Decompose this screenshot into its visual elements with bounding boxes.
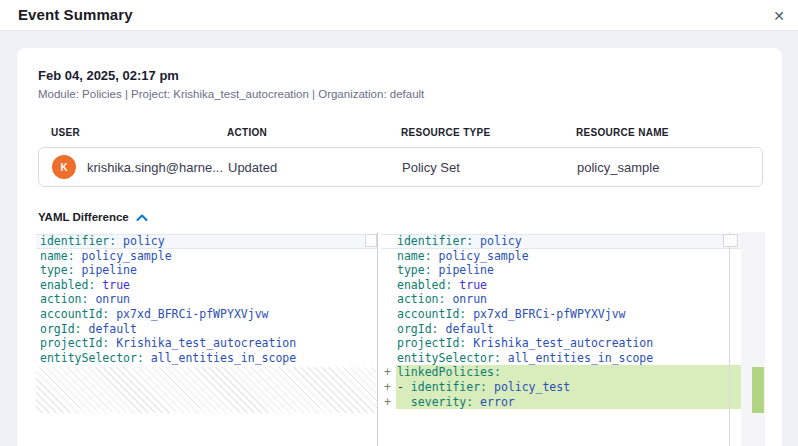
diff-line: enabled: true — [36, 278, 377, 293]
diff-line: enabled: true — [381, 278, 741, 293]
table-row[interactable]: K krishika.singh@harne... Updated Policy… — [38, 147, 763, 187]
right-pane-edge — [729, 232, 730, 446]
event-summary-card: Feb 04, 2025, 02:17 pm Module: Policies … — [17, 48, 782, 446]
diff-line: projectId: Krishika_test_autocreation — [381, 336, 741, 351]
diff-line: entitySelector: all_entities_in_scope — [381, 351, 741, 366]
column-header-user: USER — [51, 127, 227, 138]
right-scrollbar-thumb[interactable] — [723, 234, 738, 247]
added-marker: + — [384, 365, 391, 380]
diff-line: action: onrun — [36, 292, 377, 307]
left-scrollbar-thumb[interactable] — [365, 234, 377, 247]
diff-line-added: +- identifier: policy_test — [381, 380, 741, 395]
diff-line: orgId: default — [36, 322, 377, 337]
diff-line: name: policy_sample — [381, 249, 741, 264]
diff-pane-modified[interactable]: identifier: policyname: policy_sampletyp… — [381, 232, 741, 446]
diff-line: identifier: policy — [36, 234, 377, 249]
event-meta: Module: Policies | Project: Krishika_tes… — [38, 88, 761, 100]
diff-line: projectId: Krishika_test_autocreation — [36, 336, 377, 351]
diff-pane-original[interactable]: identifier: policyname: policy_sampletyp… — [36, 232, 378, 446]
diff-line: action: onrun — [381, 292, 741, 307]
close-icon[interactable]: ✕ — [769, 6, 789, 26]
added-marker: + — [384, 380, 391, 395]
added-lines-marker — [752, 367, 764, 413]
diff-line-added: +linkedPolicies: — [381, 365, 741, 380]
action-cell: Updated — [228, 160, 402, 175]
diff-line: orgId: default — [381, 322, 741, 337]
yaml-difference-label: YAML Difference — [38, 211, 129, 223]
diff-line: accountId: px7xd_BFRCi-pfWPYXVjvw — [36, 307, 377, 322]
resource-type-cell: Policy Set — [402, 160, 577, 175]
avatar: K — [52, 155, 76, 179]
chevron-up-icon — [136, 213, 148, 222]
user-cell: K krishika.singh@harne... — [52, 155, 228, 179]
diff-line-added: + severity: error — [381, 395, 741, 410]
audit-table-header: USER ACTION RESOURCE TYPE RESOURCE NAME — [38, 127, 763, 138]
yaml-difference-toggle[interactable]: YAML Difference — [38, 211, 178, 223]
diff-line: accountId: px7xd_BFRCi-pfWPYXVjvw — [381, 307, 741, 322]
modal-header: Event Summary ✕ — [0, 0, 798, 31]
diff-line: type: pipeline — [36, 263, 377, 278]
yaml-diff-editor: identifier: policyname: policy_sampletyp… — [36, 232, 765, 446]
added-marker: + — [384, 395, 391, 410]
resource-name-cell: policy_sample — [577, 160, 762, 175]
diff-overview-ruler[interactable] — [741, 232, 765, 446]
diff-line: identifier: policy — [381, 234, 741, 249]
event-timestamp: Feb 04, 2025, 02:17 pm — [38, 68, 761, 83]
diff-line: name: policy_sample — [36, 249, 377, 264]
column-header-resource-name: RESOURCE NAME — [576, 127, 763, 138]
diff-line: entitySelector: all_entities_in_scope — [36, 351, 377, 366]
diff-placeholder-hatch — [36, 367, 377, 413]
column-header-action: ACTION — [227, 127, 401, 138]
page-title: Event Summary — [18, 6, 133, 23]
user-email: krishika.singh@harne... — [87, 160, 223, 175]
diff-line: type: pipeline — [381, 263, 741, 278]
column-header-resource-type: RESOURCE TYPE — [401, 127, 576, 138]
